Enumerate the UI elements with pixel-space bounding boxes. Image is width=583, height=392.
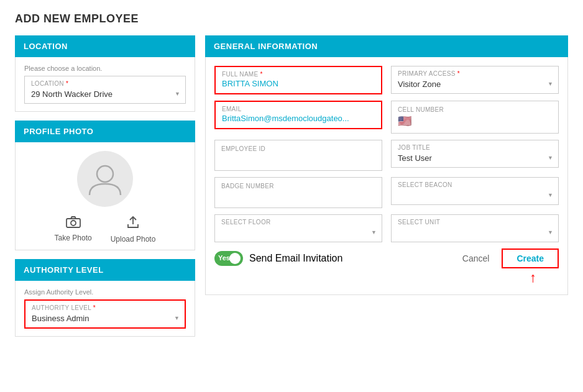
- badge-number-label: BADGE NUMBER: [221, 183, 375, 189]
- employee-id-input[interactable]: [221, 153, 375, 165]
- arrow-up-indicator: ↑: [214, 270, 536, 286]
- select-floor-label: SELECT FLOOR: [221, 219, 375, 226]
- email-invitation-toggle[interactable]: Yes: [214, 251, 243, 266]
- invitation-row: Yes Send Email Invitation Cancel Create: [214, 248, 559, 268]
- select-beacon-label: SELECT BEACON: [398, 181, 552, 188]
- employee-id-label: EMPLOYEE ID: [221, 145, 375, 152]
- select-unit-label: SELECT UNIT: [398, 219, 552, 226]
- select-unit-field: SELECT UNIT: [391, 214, 559, 242]
- select-floor-field: SELECT FLOOR: [214, 214, 382, 242]
- svg-point-0: [97, 166, 113, 182]
- upload-photo-label: Upload Photo: [111, 235, 156, 244]
- primary-access-label: PRIMARY ACCESS *: [398, 70, 552, 77]
- location-section: LOCATION Please choose a location. LOCAT…: [15, 35, 195, 112]
- authority-select[interactable]: Business Admin Admin Employee Visitor: [32, 314, 178, 323]
- invitation-text: Send Email Invitation: [249, 253, 342, 264]
- full-name-field: FULL NAME *: [214, 66, 382, 94]
- email-field: EMAIL: [214, 101, 382, 129]
- svg-point-2: [71, 221, 76, 226]
- authority-section: AUTHORITY LEVEL Assign Authority Level. …: [15, 259, 195, 337]
- badge-number-field: BADGE NUMBER: [214, 177, 382, 208]
- badge-number-input[interactable]: [221, 191, 375, 203]
- primary-access-select[interactable]: Visitor Zone Employee Zone Admin Zone: [398, 80, 552, 89]
- profile-section: PROFILE PHOTO: [15, 121, 195, 250]
- location-select[interactable]: 29 North Wacker Drive: [31, 89, 179, 99]
- cancel-button[interactable]: Cancel: [456, 250, 496, 267]
- location-prompt: Please choose a location.: [24, 65, 186, 72]
- select-unit-select[interactable]: [398, 228, 552, 237]
- employee-id-field: EMPLOYEE ID: [214, 140, 382, 171]
- general-info-header: GENERAL INFORMATION: [205, 35, 568, 57]
- job-title-field: JOB TITLE Test User Manager Director: [391, 140, 559, 168]
- cell-number-field: CELL NUMBER 🇺🇸: [391, 101, 559, 134]
- email-input[interactable]: [222, 112, 375, 124]
- upload-photo-button[interactable]: Upload Photo: [111, 216, 156, 244]
- location-field: LOCATION * 29 North Wacker Drive: [24, 76, 186, 104]
- select-floor-select[interactable]: [221, 228, 375, 237]
- profile-header: PROFILE PHOTO: [15, 121, 195, 142]
- location-field-label: LOCATION *: [31, 80, 179, 87]
- authority-field-label: AUTHORITY LEVEL *: [32, 304, 178, 311]
- camera-icon: [66, 216, 81, 231]
- authority-prompt: Assign Authority Level.: [24, 288, 186, 296]
- avatar: [77, 151, 133, 207]
- select-beacon-field: SELECT BEACON: [391, 177, 559, 205]
- cell-number-label: CELL NUMBER: [398, 106, 552, 113]
- page-title: ADD NEW EMPLOYEE: [15, 12, 568, 25]
- email-label: EMAIL: [222, 106, 375, 112]
- take-photo-button[interactable]: Take Photo: [55, 216, 92, 244]
- job-title-select[interactable]: Test User Manager Director: [398, 153, 552, 163]
- job-title-label: JOB TITLE: [398, 144, 552, 151]
- upload-icon: [126, 216, 140, 232]
- cell-number-flag: 🇺🇸: [398, 115, 411, 127]
- location-header: LOCATION: [15, 35, 195, 57]
- take-photo-label: Take Photo: [55, 234, 92, 242]
- authority-header: AUTHORITY LEVEL: [15, 259, 195, 281]
- primary-access-field: PRIMARY ACCESS * Visitor Zone Employee Z…: [391, 66, 559, 94]
- full-name-input[interactable]: [222, 78, 375, 89]
- select-beacon-select[interactable]: [398, 191, 552, 200]
- full-name-label: FULL NAME *: [222, 71, 375, 78]
- create-button[interactable]: Create: [502, 248, 559, 268]
- authority-field: AUTHORITY LEVEL * Business Admin Admin E…: [24, 299, 186, 329]
